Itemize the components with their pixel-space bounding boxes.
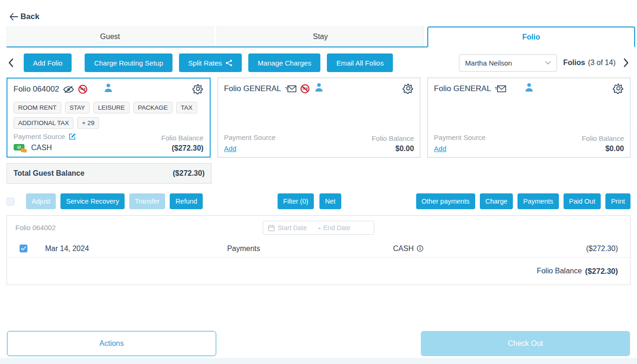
net-button[interactable]: Net: [319, 193, 341, 209]
guest-selector-dropdown[interactable]: Martha Neilson: [459, 54, 557, 72]
transaction-row-checkbox[interactable]: [20, 245, 27, 252]
payments-button[interactable]: Payments: [518, 193, 558, 209]
add-folio-button[interactable]: Add Folio: [24, 53, 72, 72]
edit-payment-source-icon[interactable]: [68, 132, 76, 140]
tag-more-count[interactable]: + 29: [77, 117, 99, 129]
payment-source-block: Payment Source $ CASH: [13, 132, 76, 152]
transfer-button[interactable]: Transfer: [129, 193, 165, 209]
print-button[interactable]: Print: [605, 193, 630, 209]
guest-person-icon[interactable]: [315, 83, 324, 94]
folios-count: (3 of 14): [588, 59, 616, 67]
folio-cards: Folio 064002 TAX ROOM RENT STAY LEISURE: [7, 78, 630, 158]
tag-tax: TAX: [176, 102, 197, 113]
chevron-down-icon: [545, 61, 551, 65]
folio-card-footer: Payment Source Add Folio Balance $0.00: [224, 133, 414, 153]
folio-card-general-1[interactable]: Folio GENERAL TAX Payment Source Add: [218, 78, 421, 158]
tab-folio-label: Folio: [522, 33, 540, 41]
folio-settings-gear-icon[interactable]: [192, 83, 204, 96]
guest-person-icon[interactable]: [524, 83, 533, 94]
info-icon[interactable]: [417, 245, 424, 252]
no-tax-icon: TAX: [78, 85, 87, 94]
folio-settings-gear-icon[interactable]: [613, 83, 624, 96]
folio-balance-block: Folio Balance ($272.30): [161, 134, 204, 152]
txn-folio-balance-value: ($272.30): [585, 267, 618, 276]
actions-button[interactable]: Actions: [7, 331, 216, 356]
folio-balance-value: $0.00: [372, 145, 414, 153]
toolbar-right: Martha Neilson Folios (3 of 14): [459, 54, 630, 72]
folio-balance-value: $0.00: [582, 145, 624, 153]
total-guest-balance-label: Total Guest Balance: [13, 169, 85, 178]
tab-bar: Guest Stay Folio: [7, 26, 635, 47]
folio-balance-label: Folio Balance: [582, 134, 624, 142]
tag-package: PACKAGE: [133, 102, 173, 113]
folio-settings-gear-icon[interactable]: [403, 83, 414, 96]
folio-card-064002[interactable]: Folio 064002 TAX ROOM RENT STAY LEISURE: [7, 78, 211, 158]
add-payment-source-link[interactable]: Add: [224, 145, 237, 152]
transactions-folio-label: Folio 064002: [15, 224, 56, 232]
split-rates-button[interactable]: Split Rates: [179, 53, 242, 72]
folio-balance-value: ($272.30): [161, 144, 204, 152]
folio-nav-next-icon[interactable]: [622, 57, 630, 68]
tab-stay[interactable]: Stay: [217, 26, 424, 46]
tab-guest[interactable]: Guest: [7, 26, 213, 46]
payment-source-label: Payment Source: [434, 133, 485, 141]
date-range-picker[interactable]: -: [263, 221, 374, 235]
left-action-buttons: Adjust Service Recovery Transfer Refund: [26, 193, 203, 209]
folio-nav-prev-icon[interactable]: [7, 57, 15, 68]
email-all-folios-button[interactable]: Email All Folios: [327, 53, 393, 72]
total-guest-balance-value: ($272.30): [173, 169, 205, 178]
folio-card-title: Folio GENERAL: [434, 84, 491, 93]
adjust-button[interactable]: Adjust: [26, 193, 56, 209]
add-payment-source-link[interactable]: Add: [434, 145, 446, 152]
total-guest-balance-bar: Total Guest Balance ($272.30): [7, 163, 212, 184]
folio-card-header: Folio GENERAL TAX: [224, 83, 414, 95]
tab-folio[interactable]: Folio: [427, 26, 635, 47]
other-payments-button[interactable]: Other payments: [416, 193, 475, 209]
manage-charges-button[interactable]: Manage Charges: [248, 53, 320, 72]
date-separator: -: [318, 225, 320, 232]
transaction-amount: ($272.30): [491, 245, 630, 253]
calendar-icon: [268, 225, 275, 232]
folio-balance-block: Folio Balance $0.00: [582, 134, 624, 153]
folio-page: Back Guest Stay Folio Add Folio Charge R…: [0, 0, 637, 364]
payment-method-value: CASH: [31, 144, 52, 152]
folio-card-footer: Payment Source Add Folio Balance $0.00: [434, 133, 624, 153]
charge-code-tags: ROOM RENT STAY LEISURE PACKAGE TAX ADDIT…: [13, 102, 204, 129]
split-rates-label: Split Rates: [188, 59, 222, 67]
transaction-type: Payments: [161, 245, 326, 253]
tag-room-rent: ROOM RENT: [13, 102, 61, 113]
bottom-strip: [0, 358, 637, 364]
svg-text:$: $: [18, 146, 20, 149]
charge-button[interactable]: Charge: [480, 193, 513, 209]
folio-balance-label: Folio Balance: [372, 134, 414, 142]
email-sent-icon: [495, 85, 506, 93]
folio-card-general-2[interactable]: Folio GENERAL Payment Source Add Folio B…: [427, 78, 630, 158]
folio-card-title: Folio 064002: [13, 85, 59, 94]
folios-counter: Folios (3 of 14): [563, 59, 616, 67]
folios-label: Folios: [563, 59, 585, 67]
right-action-buttons: Other payments Charge Payments Paid Out …: [416, 193, 630, 209]
cash-icon: $: [13, 143, 27, 152]
transaction-row[interactable]: Mar 14, 2024 Payments CASH ($272.30): [7, 240, 630, 258]
filter-button[interactable]: Filter (0): [278, 193, 314, 209]
guest-person-icon[interactable]: [104, 83, 113, 94]
select-all-checkbox[interactable]: [7, 198, 14, 205]
share-icon: [226, 60, 232, 66]
center-action-buttons: Filter (0) Net: [203, 193, 416, 209]
payment-source-label: Payment Source: [224, 133, 276, 141]
paid-out-button[interactable]: Paid Out: [564, 193, 601, 209]
payment-source-block: Payment Source Add: [224, 133, 276, 153]
back-button[interactable]: Back: [0, 0, 42, 21]
service-recovery-button[interactable]: Service Recovery: [60, 193, 125, 209]
back-label: Back: [20, 12, 40, 21]
refund-button[interactable]: Refund: [170, 193, 203, 209]
check-out-button[interactable]: Check Out: [421, 331, 630, 356]
start-date-input[interactable]: [278, 224, 316, 232]
txn-folio-balance-label: Folio Balance: [537, 267, 582, 275]
folio-card-header: Folio 064002 TAX: [13, 83, 204, 95]
transaction-actions-bar: Adjust Service Recovery Transfer Refund …: [7, 193, 630, 209]
charge-routing-setup-button[interactable]: Charge Routing Setup: [85, 53, 172, 72]
back-arrow-icon: [9, 13, 18, 20]
folio-balance-label: Folio Balance: [161, 134, 204, 142]
end-date-input[interactable]: [323, 224, 361, 232]
